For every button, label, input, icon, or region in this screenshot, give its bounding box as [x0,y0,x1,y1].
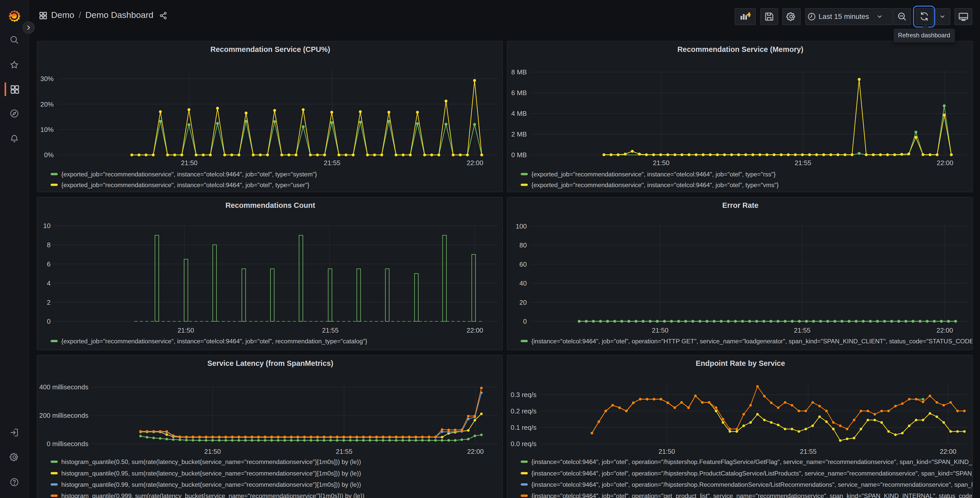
svg-text:{exported_job="recommendations: {exported_job="recommendationservice", i… [531,182,779,188]
svg-text:0: 0 [47,317,51,325]
svg-text:{instance="otelcol:9464", job=: {instance="otelcol:9464", job="otel", op… [531,470,973,477]
svg-text:{instance="otelcol:9464", job=: {instance="otelcol:9464", job="otel", op… [531,492,973,498]
svg-text:8: 8 [47,241,51,249]
svg-text:{instance="otelcol:9464", job=: {instance="otelcol:9464", job="otel", op… [531,458,973,465]
svg-text:{exported_job="recommendations: {exported_job="recommendationservice", i… [61,337,367,344]
svg-text:histogram_quantile(0.99, sum(r: histogram_quantile(0.99, sum(rate(latenc… [61,481,361,488]
svg-text:40: 40 [519,279,527,287]
svg-text:21:50: 21:50 [181,159,197,167]
svg-text:21:50: 21:50 [204,448,221,455]
svg-text:21:50: 21:50 [653,159,669,167]
svg-text:21:55: 21:55 [324,159,340,167]
svg-text:{exported_job="recommendations: {exported_job="recommendationservice", i… [61,171,317,178]
svg-text:21:55: 21:55 [322,326,339,334]
svg-text:0.1 req/s: 0.1 req/s [511,424,536,431]
svg-text:Service Latency (from SpanMetr: Service Latency (from SpanMetrics) [207,359,333,367]
svg-text:21:50: 21:50 [659,448,675,455]
svg-text:20: 20 [519,298,527,306]
svg-text:4 MB: 4 MB [511,110,527,117]
svg-text:{exported_job="recommendations: {exported_job="recommendationservice", i… [61,182,309,188]
svg-text:0 milliseconds: 0 milliseconds [47,440,88,448]
svg-text:Endpoint Rate by Service: Endpoint Rate by Service [696,359,785,367]
svg-text:22:00: 22:00 [936,326,953,334]
svg-text:0 MB: 0 MB [511,151,527,159]
svg-text:400 milliseconds: 400 milliseconds [39,383,88,391]
svg-text:21:55: 21:55 [336,448,352,455]
svg-text:0.0 req/s: 0.0 req/s [511,440,536,448]
svg-text:21:50: 21:50 [652,326,668,334]
svg-text:{instance="otelcol:9464", job=: {instance="otelcol:9464", job="otel", op… [531,481,973,488]
svg-text:10%: 10% [40,126,54,134]
svg-text:0: 0 [523,317,527,325]
svg-text:22:00: 22:00 [467,159,484,167]
svg-text:{exported_job="recommendations: {exported_job="recommendationservice", i… [531,171,776,178]
svg-text:Recommendation Service (Memory: Recommendation Service (Memory) [677,45,803,53]
svg-text:20%: 20% [40,101,54,108]
svg-text:2 MB: 2 MB [511,130,527,138]
svg-text:4: 4 [47,279,51,287]
svg-text:200 milliseconds: 200 milliseconds [39,412,88,419]
svg-text:Recommendations Count: Recommendations Count [225,201,315,209]
svg-text:22:00: 22:00 [940,448,956,455]
svg-text:21:55: 21:55 [794,159,811,167]
svg-text:21:55: 21:55 [800,448,816,455]
svg-text:0.2 req/s: 0.2 req/s [511,407,536,415]
svg-text:21:50: 21:50 [178,326,194,334]
svg-text:22:00: 22:00 [937,159,953,167]
svg-text:100: 100 [516,222,527,230]
svg-text:Error Rate: Error Rate [722,201,759,209]
svg-text:histogram_quantile(0.50, sum(r: histogram_quantile(0.50, sum(rate(latenc… [61,458,361,465]
svg-text:6: 6 [47,260,51,268]
svg-text:histogram_quantile(0.999, sum(: histogram_quantile(0.999, sum(rate(laten… [61,492,364,498]
svg-text:histogram_quantile(0.95, sum(r: histogram_quantile(0.95, sum(rate(latenc… [61,470,361,477]
svg-text:80: 80 [519,241,527,249]
svg-text:2: 2 [47,298,51,306]
svg-text:Recommendation Service (CPU%): Recommendation Service (CPU%) [210,45,330,53]
svg-text:22:00: 22:00 [467,448,484,455]
svg-text:22:00: 22:00 [466,326,483,334]
svg-text:60: 60 [519,260,527,268]
svg-text:30%: 30% [40,75,54,83]
svg-text:21:55: 21:55 [794,326,810,334]
svg-text:0.3 req/s: 0.3 req/s [511,391,536,399]
svg-text:0%: 0% [44,151,54,159]
svg-text:10: 10 [43,222,51,229]
svg-text:8 MB: 8 MB [511,68,527,76]
svg-text:6 MB: 6 MB [511,89,527,97]
svg-text:{instance="otelcol:9464", job=: {instance="otelcol:9464", job="otel", op… [531,337,973,344]
